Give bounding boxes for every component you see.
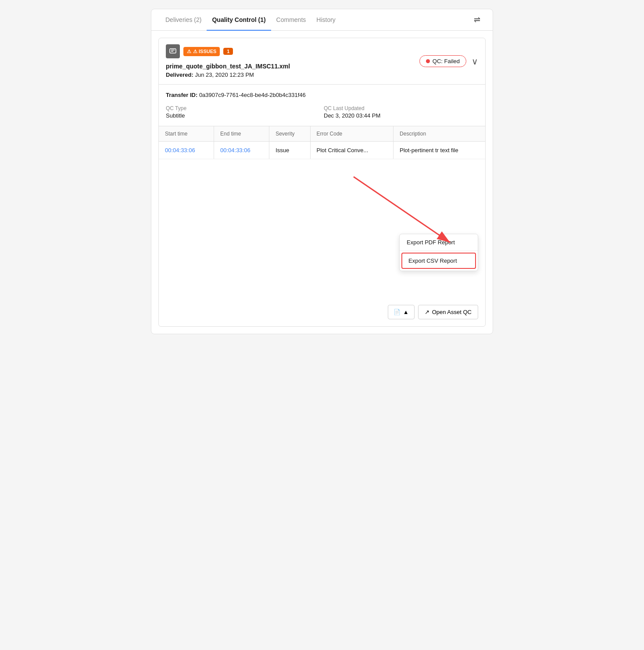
filename: prime_quote_gibbon_test_JA_IMSC11.xml xyxy=(166,63,290,70)
card-header-left: ⚠ ⚠ ISSUES 1 prime_quote_gibbon_test_JA_… xyxy=(166,44,290,78)
transfer-id: Transfer ID: 0a3907c9-7761-4ec8-be4d-2b0… xyxy=(166,92,478,98)
delivered-value: Jun 23, 2020 12:23 PM xyxy=(195,71,254,78)
cell-start-time[interactable]: 00:04:33:06 xyxy=(159,142,214,159)
qc-type-value: Subtitle xyxy=(166,112,320,119)
table-row: 00:04:33:06 00:04:33:06 Issue Plot Criti… xyxy=(159,142,485,159)
transfer-id-value: 0a3907c9-7761-4ec8-be4d-2b0b4c331f46 xyxy=(199,92,306,98)
qc-type-item: QC Type Subtitle xyxy=(166,105,320,119)
qc-card: ⚠ ⚠ ISSUES 1 prime_quote_gibbon_test_JA_… xyxy=(158,38,486,327)
col-error-code: Error Code xyxy=(310,126,394,142)
open-asset-label: Open Asset QC xyxy=(432,309,472,315)
open-external-icon: ↗ xyxy=(425,309,429,315)
action-buttons: 📄 ▲ ↗ Open Asset QC xyxy=(159,300,485,326)
table-header-row: Start time End time Severity Error Code … xyxy=(159,126,485,142)
card-header: ⚠ ⚠ ISSUES 1 prime_quote_gibbon_test_JA_… xyxy=(159,38,485,85)
cell-end-time[interactable]: 00:04:33:06 xyxy=(214,142,269,159)
table-spacer xyxy=(159,159,485,300)
expand-chevron[interactable]: ∨ xyxy=(472,56,478,67)
cell-description: Plot-pertinent tr text file xyxy=(394,142,485,159)
open-asset-button[interactable]: ↗ Open Asset QC xyxy=(418,305,478,319)
cell-error-code: Plot Critical Conve... xyxy=(310,142,394,159)
qc-failed-dot xyxy=(426,59,430,63)
export-button[interactable]: 📄 ▲ xyxy=(388,305,415,319)
cell-severity: Issue xyxy=(269,142,310,159)
issues-badge[interactable]: ⚠ ⚠ ISSUES xyxy=(183,47,220,56)
transfer-info: Transfer ID: 0a3907c9-7761-4ec8-be4d-2b0… xyxy=(159,85,485,119)
col-end-time: End time xyxy=(214,126,269,142)
qc-table: Start time End time Severity Error Code … xyxy=(159,126,485,300)
qc-type-label: QC Type xyxy=(166,105,320,111)
meta-grid: QC Type Subtitle QC Last Updated Dec 3, … xyxy=(166,105,478,119)
issues-count: 1 xyxy=(223,48,233,55)
card-header-top: ⚠ ⚠ ISSUES 1 xyxy=(166,44,233,58)
card-header-right: QC: Failed ∨ xyxy=(419,55,478,67)
svg-rect-0 xyxy=(170,49,176,53)
export-arrow-icon: ▲ xyxy=(403,309,409,315)
qc-status-badge: QC: Failed xyxy=(419,55,466,67)
export-csv-item[interactable]: Export CSV Report xyxy=(401,253,476,269)
tab-comments[interactable]: Comments xyxy=(271,9,311,30)
export-doc-icon: 📄 xyxy=(394,309,401,315)
delivered-label: Delivered: xyxy=(166,71,193,78)
tab-deliveries[interactable]: Deliveries (2) xyxy=(160,9,207,30)
qc-last-updated-value: Dec 3, 2020 03:44 PM xyxy=(324,112,478,119)
dropdown-menu: Export PDF Report Export CSV Report xyxy=(399,234,478,271)
qc-status-label: QC: Failed xyxy=(433,58,460,64)
col-start-time: Start time xyxy=(159,126,214,142)
issues-label: ⚠ ISSUES xyxy=(193,49,216,54)
tab-bar: Deliveries (2) Quality Control (1) Comme… xyxy=(151,9,493,31)
tab-quality-control[interactable]: Quality Control (1) xyxy=(207,9,271,30)
export-pdf-item[interactable]: Export PDF Report xyxy=(400,234,478,251)
transfer-id-label: Transfer ID: xyxy=(166,92,197,98)
qc-last-updated-item: QC Last Updated Dec 3, 2020 03:44 PM xyxy=(324,105,478,119)
delivered-info: Delivered: Jun 23, 2020 12:23 PM xyxy=(166,71,254,78)
filter-icon[interactable]: ⇌ xyxy=(470,11,484,28)
col-description: Description xyxy=(394,126,485,142)
col-severity: Severity xyxy=(269,126,310,142)
tab-history[interactable]: History xyxy=(311,9,341,30)
warning-icon: ⚠ xyxy=(187,49,191,54)
main-container: Deliveries (2) Quality Control (1) Comme… xyxy=(151,9,493,334)
comment-icon xyxy=(166,44,180,58)
qc-last-updated-label: QC Last Updated xyxy=(324,105,478,111)
